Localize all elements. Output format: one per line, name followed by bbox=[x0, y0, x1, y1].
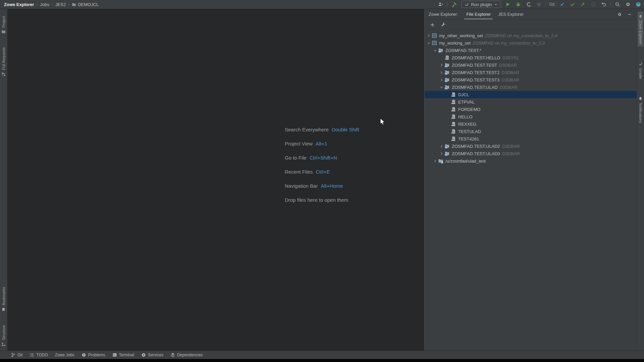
coverage-button[interactable] bbox=[525, 1, 532, 8]
tool-stripe-button-bookmarks[interactable]: Bookmarks bbox=[1, 285, 6, 314]
dataset-folder-icon: DS bbox=[438, 48, 443, 53]
svg-text:MEM: MEM bbox=[451, 132, 455, 134]
clock-icon bbox=[591, 2, 596, 7]
minimize-icon bbox=[627, 12, 632, 17]
status-bar-item-zowe-jobs[interactable]: Zowe Jobs bbox=[55, 353, 74, 357]
tree-row[interactable]: DSZOSMFAD.TEST.TESTD3DBAR bbox=[425, 61, 637, 69]
gear-icon bbox=[617, 12, 622, 17]
run-button[interactable] bbox=[504, 1, 512, 8]
tree-row[interactable]: DSZOSMFAD.TEST.TEST2D3DBAR bbox=[425, 69, 637, 76]
hide-button[interactable] bbox=[627, 11, 633, 17]
tree-row[interactable]: DSZOSMFAD.TEST.TEST3D3DBAR bbox=[425, 76, 637, 83]
editor-area: Search EverywhereDouble ShiftProject Vie… bbox=[8, 9, 424, 351]
drop-files-hint: Drop files here to open them bbox=[285, 197, 359, 204]
left-tool-stripe: ProjectPull Requests BookmarksStructure bbox=[0, 9, 7, 351]
main-toolbar: Run pluginGit: bbox=[437, 0, 644, 9]
status-bar-item-todo[interactable]: TODO bbox=[30, 353, 48, 357]
dataset-folder-icon: DS bbox=[444, 77, 450, 82]
rollback-button[interactable] bbox=[600, 1, 607, 8]
tree-node-label: REXXEG bbox=[458, 122, 476, 127]
svg-text:DS: DS bbox=[445, 73, 447, 75]
services-icon bbox=[141, 353, 146, 357]
tree-node-label: DJCL bbox=[458, 92, 469, 97]
git-label: Git: bbox=[549, 2, 555, 7]
chevron-right-icon bbox=[439, 70, 444, 75]
toolbar-separator bbox=[447, 2, 448, 7]
shortcut-keys: Ctrl+E bbox=[316, 169, 330, 175]
tree-row[interactable]: DSZOSMFAD.TEST.HELLOD3SYS1 bbox=[425, 54, 637, 61]
tree-row[interactable]: my_other_working_setZOSMFAD on my_connec… bbox=[425, 32, 637, 39]
svg-text:DS: DS bbox=[445, 146, 447, 148]
status-bar-item-dependencies[interactable]: Dependencies bbox=[170, 353, 203, 357]
tool-stripe-button-structure[interactable]: Structure bbox=[1, 323, 6, 349]
arrow-down-left-icon bbox=[559, 2, 565, 7]
chevron-right-icon bbox=[439, 63, 444, 67]
tree-row[interactable]: MEMTEST4281 bbox=[425, 135, 637, 142]
tool-stripe-button-notifications[interactable]: Notifications bbox=[638, 94, 643, 125]
member-icon: MEM bbox=[451, 92, 456, 97]
status-bar-item-git[interactable]: Git bbox=[11, 353, 22, 357]
zowe-icon bbox=[638, 14, 643, 18]
tree-row[interactable]: DSZOSMFAD.TEST.ULADD3DBAR bbox=[425, 83, 637, 91]
tool-stripe-button-project[interactable]: Project bbox=[1, 14, 6, 36]
undo-icon bbox=[601, 2, 606, 7]
debug-button[interactable] bbox=[515, 1, 522, 8]
status-bar-item-services[interactable]: Services bbox=[141, 353, 163, 357]
tree-node-label: ZOSMFAD.TEST.TEST2 bbox=[452, 70, 499, 75]
tree-row[interactable]: MEMFORDEMO bbox=[425, 106, 637, 113]
tree-node-label: ZOSMFAD.TEST.ULAD3 bbox=[452, 151, 500, 156]
tool-stripe-button-pull-requests[interactable]: Pull Requests bbox=[1, 45, 6, 79]
tree-node-detail: D3DBAR bbox=[501, 70, 519, 75]
chevron-down-icon bbox=[427, 41, 431, 45]
tree-row[interactable]: MEMDJCL bbox=[425, 91, 637, 98]
tree-row[interactable]: MEMREXXEG bbox=[425, 120, 637, 128]
tree-row[interactable]: DSZOSMFAD.TEST.ULAD2D3DBAR bbox=[425, 142, 637, 150]
debug-icon bbox=[516, 2, 521, 7]
add-button[interactable] bbox=[429, 22, 435, 28]
member-icon: MEM bbox=[451, 107, 456, 112]
tree-row[interactable]: DSZOSMFAD.TEST.ULAD3D3DBAR bbox=[425, 150, 637, 157]
options-button[interactable] bbox=[616, 11, 623, 17]
avatar-icon bbox=[636, 2, 641, 7]
tree-node-label: my_other_working_set bbox=[439, 33, 483, 38]
panel-header: Zowe Explorer: File ExplorerJES Explorer bbox=[425, 9, 637, 20]
commit-button[interactable] bbox=[569, 1, 576, 8]
tree-node-detail: D3DBAR bbox=[501, 77, 519, 82]
breadcrumb-item[interactable]: JES2 bbox=[55, 2, 66, 7]
tree-row[interactable]: my_working_setZOSMFAD on my_connection_t… bbox=[425, 39, 637, 47]
status-bar-item-terminal[interactable]: Terminal bbox=[112, 353, 134, 357]
dataset-folder-icon: DS bbox=[444, 151, 450, 156]
breadcrumb-item[interactable]: Zowe Explorer bbox=[4, 2, 34, 7]
check-icon bbox=[570, 2, 575, 7]
user-button[interactable] bbox=[437, 1, 444, 8]
push-button[interactable] bbox=[579, 1, 587, 8]
tree-row[interactable]: /u/zosmfad/ulad_test bbox=[425, 157, 637, 165]
breadcrumb-item[interactable]: DEMOJCL bbox=[72, 2, 99, 7]
build-button[interactable] bbox=[451, 1, 458, 8]
vcs-update-button[interactable] bbox=[558, 1, 566, 8]
run-configuration-select[interactable]: Run plugin bbox=[461, 1, 501, 8]
tree-row[interactable]: MEMTESTULAD bbox=[425, 128, 637, 135]
tool-stripe-button-zowe-explorer[interactable]: Zowe Explorer bbox=[638, 12, 643, 47]
tree-node-label: ETPVAL bbox=[458, 100, 475, 105]
profile-button[interactable] bbox=[635, 1, 642, 8]
tree-row[interactable]: MEMHELLO bbox=[425, 113, 637, 120]
shortcut-hint: Navigation BarAlt+Home bbox=[285, 183, 359, 190]
wrench-icon bbox=[441, 22, 446, 27]
status-bar: GitTODOZowe JobsProblemsTerminalServices… bbox=[0, 351, 644, 359]
search-everywhere-button[interactable] bbox=[614, 1, 621, 8]
svg-text:MEM: MEM bbox=[451, 125, 455, 126]
stop-button[interactable] bbox=[535, 1, 543, 8]
tree-row[interactable]: DSZOSMFAD.TEST.* bbox=[425, 47, 637, 54]
member-icon: MEM bbox=[451, 136, 456, 141]
config-button[interactable] bbox=[440, 22, 446, 28]
history-button[interactable] bbox=[590, 1, 597, 8]
tab-jes-explorer[interactable]: JES Explorer bbox=[494, 9, 527, 19]
tab-file-explorer[interactable]: File Explorer bbox=[463, 9, 494, 19]
tree-row[interactable]: MEMETPVAL bbox=[425, 98, 637, 106]
breadcrumb-item[interactable]: Jobs bbox=[40, 2, 49, 7]
svg-text:DS: DS bbox=[445, 87, 447, 89]
settings-button[interactable] bbox=[624, 1, 632, 8]
tool-stripe-button-gradle[interactable]: Gradle bbox=[638, 59, 643, 81]
status-bar-item-problems[interactable]: Problems bbox=[82, 353, 105, 357]
